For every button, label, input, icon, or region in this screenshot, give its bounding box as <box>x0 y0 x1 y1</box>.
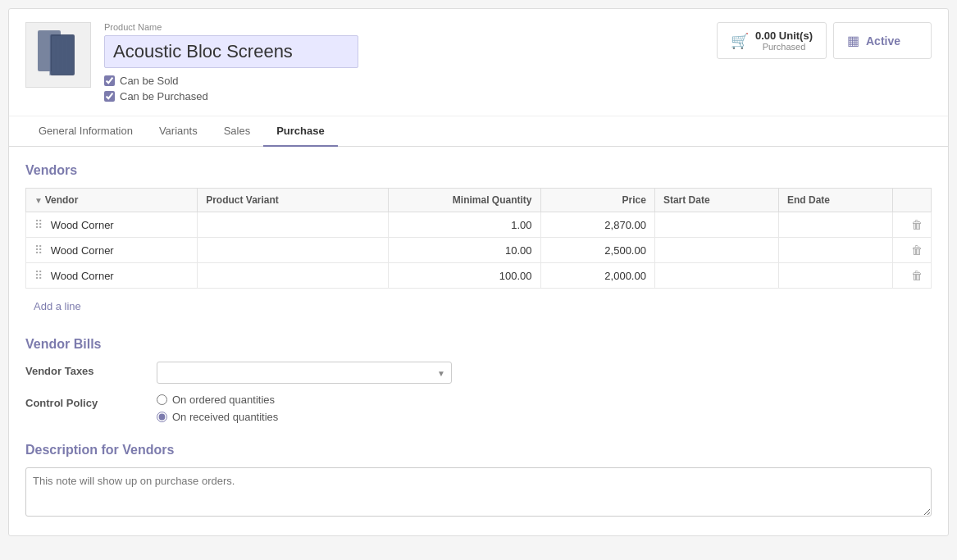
radio-ordered-label: On ordered quantities <box>172 394 275 406</box>
description-section: Description for Vendors <box>25 443 932 519</box>
product-page: Product Name Can be Sold Can be Purchase… <box>8 8 949 536</box>
start-date-cell <box>654 263 778 289</box>
tab-sales[interactable]: Sales <box>211 116 264 147</box>
variant-cell <box>198 263 388 289</box>
start-date-cell <box>654 212 778 238</box>
vendor-name: Wood Corner <box>51 244 114 257</box>
vendor-taxes-row: Vendor Taxes <box>25 362 932 384</box>
vendor-cell: ⠿ Wood Corner <box>26 238 198 263</box>
tab-general-information[interactable]: General Information <box>25 116 146 147</box>
status-button[interactable]: ▦ Active <box>833 22 932 59</box>
drag-handle-icon[interactable]: ⠿ <box>34 218 43 231</box>
delete-cell: 🗑 <box>893 263 932 289</box>
end-date-cell <box>779 238 893 263</box>
tab-content: Vendors Vendor Product Variant Minimal Q… <box>9 147 948 535</box>
vendor-name: Wood Corner <box>51 219 114 231</box>
product-name-input[interactable] <box>104 35 358 68</box>
price-cell: 2,500.00 <box>540 238 654 263</box>
drag-handle-icon[interactable]: ⠿ <box>34 269 43 282</box>
delete-row-icon[interactable]: 🗑 <box>911 269 923 282</box>
control-policy-radio-group: On ordered quantities On received quanti… <box>157 394 932 423</box>
vendor-name: Wood Corner <box>51 270 114 282</box>
status-icon: ▦ <box>847 33 859 48</box>
description-textarea[interactable] <box>25 467 932 517</box>
vendor-column-header[interactable]: Vendor <box>26 189 198 212</box>
radio-ordered-quantities[interactable]: On ordered quantities <box>157 394 932 406</box>
vendor-bills-section: Vendor Bills Vendor Taxes Control Policy <box>25 337 932 423</box>
product-variant-column-header: Product Variant <box>198 189 388 212</box>
vendor-taxes-label: Vendor Taxes <box>25 362 157 377</box>
tab-purchase[interactable]: Purchase <box>263 116 338 147</box>
price-column-header: Price <box>540 189 654 212</box>
control-policy-row: Control Policy On ordered quantities On … <box>25 394 932 423</box>
delete-cell: 🗑 <box>893 238 932 263</box>
variant-cell <box>198 238 388 263</box>
purchased-label: Purchased <box>755 42 813 52</box>
radio-received-quantities[interactable]: On received quantities <box>157 411 932 423</box>
vendor-bills-title: Vendor Bills <box>25 337 932 352</box>
control-policy-label: Control Policy <box>25 394 157 409</box>
delete-row-icon[interactable]: 🗑 <box>911 218 923 231</box>
vendor-taxes-select-wrapper <box>157 362 452 384</box>
description-title: Description for Vendors <box>25 443 932 458</box>
product-header: Product Name Can be Sold Can be Purchase… <box>9 9 948 116</box>
min-qty-cell: 10.00 <box>388 238 540 263</box>
add-line-button[interactable]: Add a line <box>25 295 89 317</box>
tabs-bar: General Information Variants Sales Purch… <box>9 116 948 147</box>
vendor-taxes-field <box>157 362 932 384</box>
price-cell: 2,000.00 <box>540 263 654 289</box>
minimal-qty-column-header: Minimal Quantity <box>388 189 540 212</box>
delete-row-icon[interactable]: 🗑 <box>911 244 923 257</box>
min-qty-cell: 1.00 <box>388 212 540 238</box>
variant-cell <box>198 212 388 238</box>
product-image <box>25 22 91 88</box>
drag-handle-icon[interactable]: ⠿ <box>34 244 43 257</box>
vendors-table: Vendor Product Variant Minimal Quantity … <box>25 188 932 289</box>
can-be-purchased-checkbox[interactable]: Can be Purchased <box>104 90 932 102</box>
vendor-taxes-select[interactable] <box>157 362 452 384</box>
end-date-cell <box>779 263 893 289</box>
start-date-column-header: Start Date <box>654 189 778 212</box>
price-cell: 2,870.00 <box>540 212 654 238</box>
table-row: ⠿ Wood Corner 1.00 2,870.00 🗑 <box>26 212 932 238</box>
status-label: Active <box>866 34 900 48</box>
purchased-value: 0.00 Unit(s) <box>755 30 813 42</box>
tab-variants[interactable]: Variants <box>146 116 211 147</box>
table-row: ⠿ Wood Corner 100.00 2,000.00 🗑 <box>26 263 932 289</box>
min-qty-cell: 100.00 <box>388 263 540 289</box>
header-actions: 🛒 0.00 Unit(s) Purchased ▦ Active <box>717 22 932 59</box>
delete-column-header <box>893 189 932 212</box>
cart-icon: 🛒 <box>731 32 749 50</box>
vendors-section-title: Vendors <box>25 163 932 178</box>
product-checkboxes: Can be Sold Can be Purchased <box>104 75 932 102</box>
end-date-cell <box>779 212 893 238</box>
table-row: ⠿ Wood Corner 10.00 2,500.00 🗑 <box>26 238 932 263</box>
delete-cell: 🗑 <box>893 212 932 238</box>
end-date-column-header: End Date <box>779 189 893 212</box>
purchased-stat-button[interactable]: 🛒 0.00 Unit(s) Purchased <box>717 22 827 59</box>
radio-received-label: On received quantities <box>172 411 278 423</box>
start-date-cell <box>654 238 778 263</box>
control-policy-field: On ordered quantities On received quanti… <box>157 394 932 423</box>
can-be-sold-checkbox[interactable]: Can be Sold <box>104 75 932 87</box>
vendor-cell: ⠿ Wood Corner <box>26 212 198 238</box>
vendor-cell: ⠿ Wood Corner <box>26 263 198 289</box>
